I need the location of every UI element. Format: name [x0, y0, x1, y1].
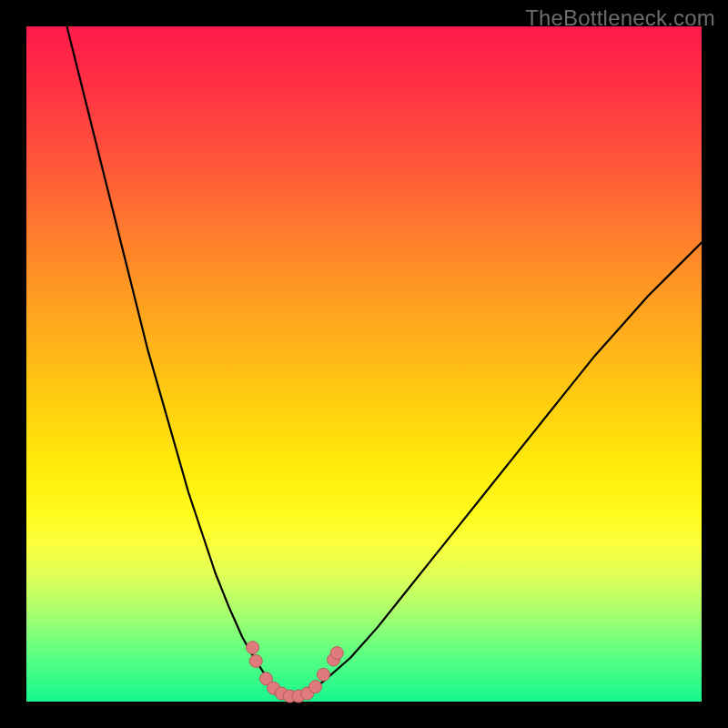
chart-frame: TheBottleneck.com — [0, 0, 728, 728]
valley-marker — [247, 642, 259, 654]
curve-left-branch — [67, 26, 280, 692]
valley-marker — [317, 668, 329, 681]
curve-right-branch — [310, 242, 702, 691]
valley-marker — [249, 654, 262, 667]
plot-area — [26, 26, 702, 702]
valley-marker — [309, 681, 322, 693]
bottleneck-curve — [26, 26, 702, 702]
valley-marker — [330, 647, 343, 660]
